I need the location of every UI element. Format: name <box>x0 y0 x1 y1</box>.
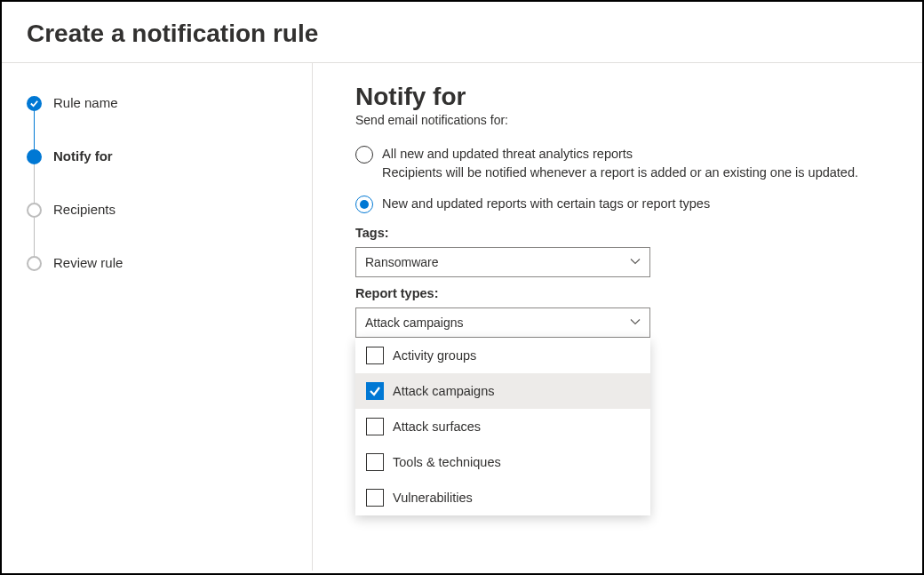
wizard-step-notify-for[interactable]: Notify for <box>27 148 301 202</box>
wizard-step-review-rule[interactable]: Review rule <box>27 255 301 271</box>
checkbox-icon <box>366 382 384 400</box>
wizard-steps-sidebar: Rule nameNotify forRecipientsReview rule <box>2 63 313 571</box>
radio-label: New and updated reports with certain tag… <box>382 195 710 213</box>
report-type-option-tools-techniques[interactable]: Tools & techniques <box>355 444 650 480</box>
option-label: Attack campaigns <box>393 384 494 398</box>
wizard-step-recipients[interactable]: Recipients <box>27 202 301 255</box>
tags-select-value: Ransomware <box>365 255 438 269</box>
page-title: Create a notification rule <box>27 20 897 48</box>
checkbox-icon <box>366 489 384 507</box>
step-indicator-icon <box>27 149 42 164</box>
report-types-select-value: Attack campaigns <box>365 315 464 330</box>
section-subtitle: Send email notifications for: <box>355 113 896 127</box>
option-label: Attack surfaces <box>393 419 481 434</box>
radio-icon <box>355 196 373 213</box>
checkbox-icon <box>366 418 384 435</box>
radio-label: All new and updated threat analytics rep… <box>382 145 858 164</box>
notify-scope-radio-0[interactable]: All new and updated threat analytics rep… <box>355 145 896 182</box>
section-title: Notify for <box>355 83 896 111</box>
checkbox-icon <box>366 347 384 364</box>
checkbox-icon <box>366 453 384 471</box>
chevron-down-icon <box>630 255 641 269</box>
option-label: Tools & techniques <box>393 455 501 469</box>
main-content: Notify for Send email notifications for:… <box>313 63 922 571</box>
report-type-option-attack-campaigns[interactable]: Attack campaigns <box>355 373 650 409</box>
report-type-option-vulnerabilities[interactable]: Vulnerabilities <box>355 480 650 515</box>
wizard-step-rule-name[interactable]: Rule name <box>27 95 301 148</box>
page-header: Create a notification rule <box>2 2 922 62</box>
chevron-down-icon <box>630 315 641 330</box>
option-label: Vulnerabilities <box>393 491 473 505</box>
step-label: Recipients <box>53 202 116 217</box>
step-label: Rule name <box>53 95 118 110</box>
step-indicator-icon <box>27 256 42 271</box>
radio-description: Recipients will be notified whenever a r… <box>382 164 858 182</box>
tags-select[interactable]: Ransomware <box>355 247 650 277</box>
report-types-dropdown: Activity groupsAttack campaignsAttack su… <box>355 338 650 515</box>
tags-field-label: Tags: <box>355 226 896 240</box>
report-types-field-label: Report types: <box>355 286 896 300</box>
notify-scope-radio-1[interactable]: New and updated reports with certain tag… <box>355 195 896 213</box>
report-type-option-attack-surfaces[interactable]: Attack surfaces <box>355 409 650 444</box>
option-label: Activity groups <box>393 348 476 363</box>
step-label: Review rule <box>53 255 123 270</box>
report-type-option-activity-groups[interactable]: Activity groups <box>355 338 650 373</box>
radio-icon <box>355 146 373 164</box>
step-indicator-icon <box>27 203 42 218</box>
step-label: Notify for <box>53 148 113 164</box>
step-indicator-icon <box>27 96 42 111</box>
report-types-select[interactable]: Attack campaigns <box>355 307 650 338</box>
